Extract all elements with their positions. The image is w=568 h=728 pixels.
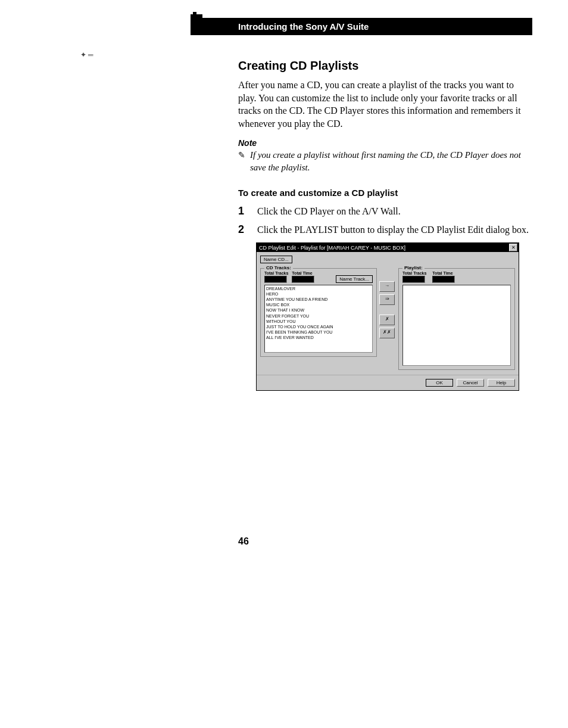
list-item[interactable]: MUSIC BOX	[266, 302, 371, 307]
step-2: 2 Click the PLAYLIST button to display t…	[238, 223, 532, 237]
list-item[interactable]: ALL I'VE EVER WANTED	[266, 335, 371, 340]
remove-all-button[interactable]: ✗✗	[379, 328, 395, 338]
intro-paragraph: After you name a CD, you can create a pl…	[238, 79, 532, 130]
list-item[interactable]: HERO	[266, 291, 371, 297]
total-tracks-value	[264, 276, 287, 283]
step-number: 2	[238, 223, 246, 237]
remove-track-button[interactable]: ✗	[379, 315, 395, 325]
list-item[interactable]: I'VE BEEN THINKING ABOUT YOU	[266, 329, 371, 335]
dialog-titlebar: CD Playlist Edit - Playlist for [MARIAH …	[257, 243, 519, 252]
list-item[interactable]: ANYTIME YOU NEED A FRIEND	[266, 297, 371, 302]
header-decoration-bar	[193, 12, 196, 33]
section-heading: Creating CD Playlists	[238, 59, 532, 73]
scan-artifact: ✦ ═	[80, 51, 93, 60]
total-time-label: Total Time	[292, 271, 314, 275]
playlist-group: Playlist: Total Tracks Total Time	[398, 268, 515, 370]
list-item[interactable]: NOW THAT I KNOW	[266, 307, 371, 313]
ok-button[interactable]: OK	[426, 379, 453, 387]
step-number: 1	[238, 205, 246, 218]
close-button[interactable]: ✕	[509, 244, 517, 251]
playlist-total-tracks-label: Total Tracks	[402, 271, 426, 275]
add-track-button[interactable]: →	[379, 281, 395, 292]
playlist-total-tracks-value	[402, 276, 425, 283]
cd-tracks-group: CD Tracks: Total Tracks Total Time	[260, 268, 377, 357]
help-button[interactable]: Help	[488, 379, 515, 387]
name-track-button[interactable]: Name Track...	[336, 275, 373, 283]
list-item[interactable]: NEVER FORGET YOU	[266, 313, 371, 319]
name-cd-button[interactable]: Name CD...	[260, 256, 292, 263]
total-time-value	[292, 276, 314, 283]
playlist-legend: Playlist:	[402, 265, 425, 270]
note-text: If you create a playlist without first n…	[250, 149, 532, 173]
step-text: Click the CD Player on the A/V Wall.	[257, 205, 532, 218]
step-1: 1 Click the CD Player on the A/V Wall.	[238, 205, 532, 218]
playlist-total-time-label: Total Time	[432, 271, 455, 275]
dialog-title: CD Playlist Edit - Playlist for [MARIAH …	[258, 245, 405, 251]
pencil-icon: ✎	[238, 149, 245, 160]
add-all-button[interactable]: ⇒	[379, 294, 395, 305]
step-text: Click the PLAYLIST button to display the…	[257, 223, 532, 237]
procedure-heading: To create and customize a CD playlist	[238, 188, 532, 198]
playlist-total-time-value	[432, 276, 455, 283]
playlist-listbox[interactable]	[402, 285, 511, 366]
list-item[interactable]: WITHOUT YOU	[266, 319, 371, 324]
total-tracks-label: Total Tracks	[264, 271, 288, 275]
cd-tracks-legend: CD Tracks:	[264, 265, 293, 270]
chapter-header: Introducing the Sony A/V Suite	[191, 18, 532, 35]
cd-tracks-listbox[interactable]: DREAMLOVER HERO ANYTIME YOU NEED A FRIEN…	[264, 285, 373, 353]
cancel-button[interactable]: Cancel	[457, 379, 484, 387]
chapter-title: Introducing the Sony A/V Suite	[238, 21, 369, 32]
header-decoration	[191, 14, 202, 32]
page-number: 46	[238, 536, 249, 547]
list-item[interactable]: DREAMLOVER	[266, 286, 371, 291]
list-item[interactable]: JUST TO HOLD YOU ONCE AGAIN	[266, 324, 371, 329]
cd-playlist-edit-dialog: CD Playlist Edit - Playlist for [MARIAH …	[256, 242, 519, 391]
note-label: Note	[238, 138, 532, 148]
